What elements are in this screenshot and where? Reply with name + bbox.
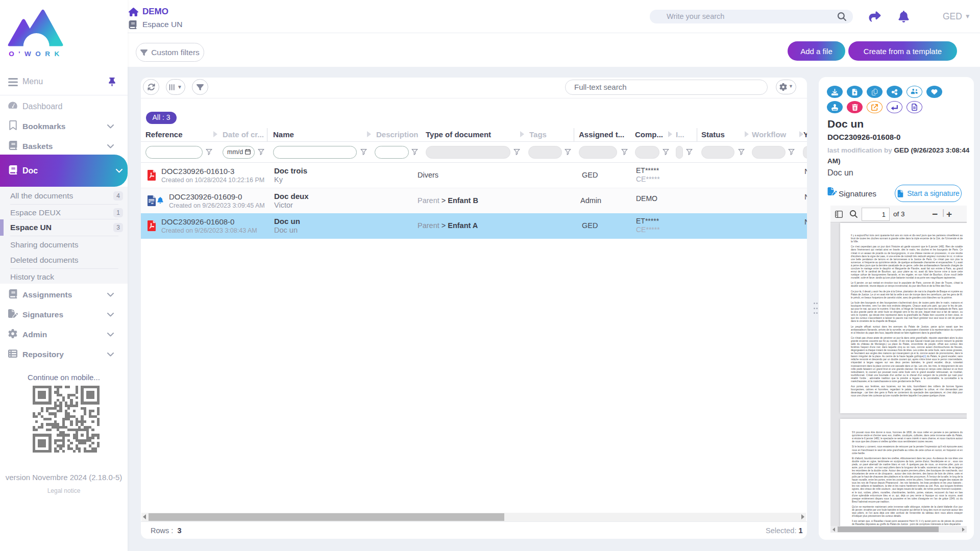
svg-text:O'WORK: O'WORK xyxy=(9,50,63,58)
svg-text:w: w xyxy=(151,202,154,205)
